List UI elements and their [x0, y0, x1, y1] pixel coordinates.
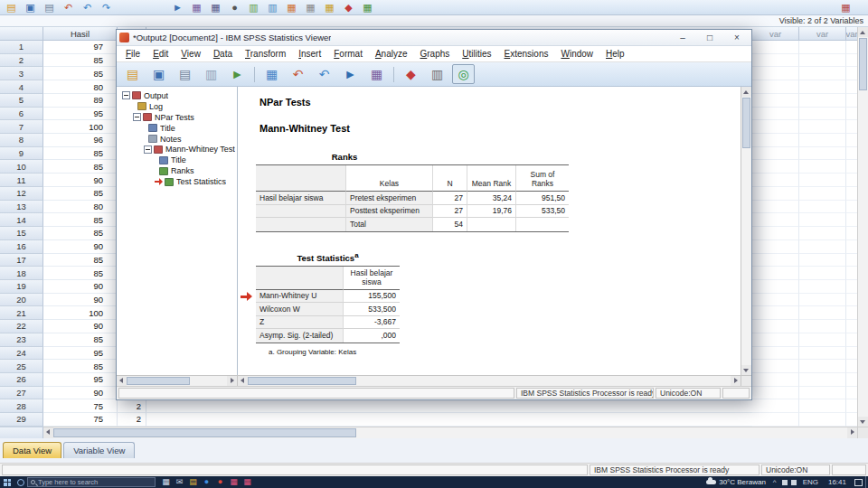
- weight-cases-icon[interactable]: ▦: [302, 1, 319, 14]
- cell-var-empty[interactable]: [752, 187, 799, 201]
- cell-hasil[interactable]: 85: [43, 333, 118, 347]
- cell-hasil[interactable]: 95: [43, 373, 118, 387]
- cell-var-empty[interactable]: [846, 387, 857, 400]
- scrollbar-thumb[interactable]: [742, 98, 750, 148]
- cell-hasil[interactable]: 85: [43, 254, 118, 267]
- cell-var-empty[interactable]: [846, 413, 857, 427]
- tree-item-test-statistics[interactable]: Test Statistics: [118, 176, 235, 187]
- cell-var-empty[interactable]: [846, 373, 857, 387]
- cell-var-empty[interactable]: [846, 174, 857, 187]
- cell-var-empty[interactable]: [799, 80, 846, 94]
- recall-dialogs-icon[interactable]: ↶: [60, 1, 77, 14]
- cell-var-empty[interactable]: [846, 120, 857, 134]
- cell-var-empty[interactable]: [752, 41, 799, 54]
- cell-var-empty[interactable]: [846, 399, 857, 413]
- row-number-cell[interactable]: 10: [0, 160, 43, 174]
- cell-var-empty[interactable]: [799, 120, 846, 134]
- menu-utilities[interactable]: Utilities: [456, 47, 497, 61]
- cell-var-empty[interactable]: [752, 227, 799, 240]
- menu-graphs[interactable]: Graphs: [413, 47, 456, 61]
- row-number-cell[interactable]: 29: [0, 413, 43, 427]
- insert-cases-icon[interactable]: ▥: [245, 1, 262, 14]
- tab-variable-view[interactable]: Variable View: [63, 442, 135, 458]
- value-labels-icon[interactable]: ◆: [340, 1, 357, 14]
- row-number-cell[interactable]: 6: [0, 108, 43, 121]
- cell-hasil[interactable]: 85: [43, 67, 118, 80]
- cell-hasil[interactable]: 85: [43, 187, 118, 201]
- row-number-cell[interactable]: 28: [0, 399, 43, 413]
- cell-variable-2[interactable]: 2: [118, 399, 146, 413]
- cell-hasil[interactable]: 90: [43, 280, 118, 294]
- cell-var-empty[interactable]: [752, 373, 799, 387]
- cell-var-empty[interactable]: [752, 306, 799, 320]
- redo-icon[interactable]: ↷: [98, 1, 115, 14]
- cell-var-empty[interactable]: [799, 227, 846, 240]
- cell-hasil[interactable]: 85: [43, 213, 118, 227]
- cell-var-empty[interactable]: [846, 360, 857, 373]
- row-number-cell[interactable]: 13: [0, 201, 43, 214]
- viewer-vertical-scrollbar[interactable]: [741, 87, 751, 375]
- cell-var-empty[interactable]: [799, 320, 846, 333]
- spss-viewer-icon[interactable]: ▦: [241, 476, 254, 488]
- task-view-icon[interactable]: ▦: [159, 476, 173, 488]
- cell-var-empty[interactable]: [799, 347, 846, 361]
- row-number-cell[interactable]: 9: [0, 147, 43, 161]
- weather-widget[interactable]: 30°C Berawan: [703, 478, 769, 486]
- cell-hasil[interactable]: 95: [43, 108, 118, 121]
- cell-var-empty[interactable]: [846, 187, 857, 201]
- network-icon[interactable]: [782, 480, 788, 485]
- cell-var-empty[interactable]: [799, 373, 846, 387]
- select-cases-icon[interactable]: ▦: [321, 1, 338, 14]
- content-horizontal-scrollbar[interactable]: [238, 376, 741, 386]
- menu-view[interactable]: View: [175, 47, 207, 61]
- cell-hasil[interactable]: 90: [43, 174, 118, 187]
- scroll-up-icon[interactable]: [858, 27, 868, 37]
- menu-analyze[interactable]: Analyze: [369, 47, 414, 61]
- hidden-icons-chevron[interactable]: ^: [769, 478, 780, 486]
- recall-dialogs-icon[interactable]: ↶: [287, 64, 309, 84]
- cell-hasil[interactable]: 95: [43, 347, 118, 361]
- cell-var-empty[interactable]: [752, 147, 799, 161]
- cell-hasil[interactable]: 80: [43, 201, 118, 214]
- cell-var-empty[interactable]: [846, 240, 857, 254]
- cell-var-empty[interactable]: [799, 201, 846, 214]
- cell-var-empty[interactable]: [799, 306, 846, 320]
- maximize-button[interactable]: □: [698, 31, 722, 44]
- cell-var-empty[interactable]: [846, 80, 857, 94]
- minimize-button[interactable]: –: [671, 31, 694, 44]
- cell-hasil[interactable]: 85: [43, 160, 118, 174]
- scroll-left-icon[interactable]: [238, 376, 248, 386]
- row-number-cell[interactable]: 7: [0, 120, 43, 134]
- goto-case-icon[interactable]: ►: [169, 1, 186, 14]
- cell-var-empty[interactable]: [846, 306, 857, 320]
- cell-var-empty[interactable]: [846, 254, 857, 267]
- split-file-icon[interactable]: ▦: [283, 1, 300, 14]
- file-explorer-icon[interactable]: ▤: [186, 476, 200, 488]
- row-number-cell[interactable]: 24: [0, 347, 43, 361]
- cell-var-empty[interactable]: [799, 280, 846, 294]
- tab-data-view[interactable]: Data View: [3, 442, 61, 458]
- cell-var-empty[interactable]: [846, 320, 857, 333]
- row-number-cell[interactable]: 12: [0, 187, 43, 201]
- goto-case-icon[interactable]: ►: [339, 64, 362, 84]
- cell-var-empty[interactable]: [799, 147, 846, 161]
- tree-item-npar-tests[interactable]: NPar Tests: [118, 112, 235, 123]
- cell-var-empty[interactable]: [799, 294, 846, 307]
- row-number-cell[interactable]: 26: [0, 373, 43, 387]
- open-data-icon[interactable]: ▤: [3, 1, 20, 14]
- cell-var-empty[interactable]: [799, 333, 846, 347]
- scroll-left-icon[interactable]: [117, 376, 127, 386]
- select-last-output-icon[interactable]: ◆: [400, 64, 422, 84]
- cell-var-empty[interactable]: [752, 67, 799, 80]
- cell-hasil[interactable]: 85: [43, 267, 118, 280]
- row-number-cell[interactable]: 27: [0, 387, 43, 400]
- row-number-cell[interactable]: 23: [0, 333, 43, 347]
- scroll-left-icon[interactable]: [43, 427, 53, 438]
- cell-var-empty[interactable]: [752, 413, 799, 427]
- row-number-cell[interactable]: 17: [0, 254, 43, 267]
- goto-data-icon[interactable]: ▦: [260, 64, 283, 84]
- cell-var-empty[interactable]: [846, 67, 857, 80]
- cell-var-empty[interactable]: [752, 174, 799, 187]
- scrollbar-thumb[interactable]: [859, 38, 867, 90]
- cell-var-empty[interactable]: [846, 213, 857, 227]
